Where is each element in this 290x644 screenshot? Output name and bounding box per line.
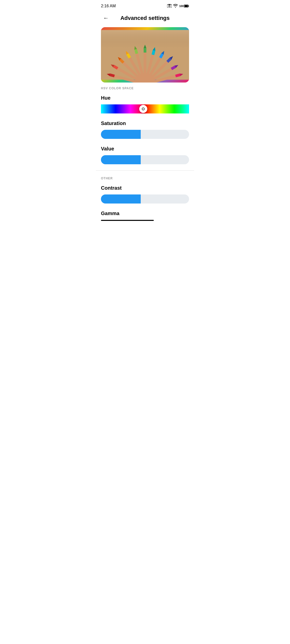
svg-point-2: [169, 5, 170, 7]
svg-rect-4: [185, 5, 188, 7]
camera-icon: [167, 4, 172, 8]
other-section-label: OTHER: [96, 173, 194, 182]
top-bar: ← Advanced settings: [96, 11, 194, 27]
hsv-section-label: HSV COLOR SPACE: [96, 83, 194, 92]
status-bar: 2:16 AM 100: [96, 0, 194, 11]
saturation-label: Saturation: [101, 120, 189, 126]
saturation-fill: [101, 130, 141, 139]
saturation-slider[interactable]: [101, 130, 189, 139]
gamma-label: Gamma: [101, 211, 189, 216]
battery-icon: 100: [179, 5, 189, 8]
status-icons: 100: [167, 4, 189, 8]
svg-rect-5: [188, 6, 189, 7]
saturation-section: Saturation: [96, 117, 194, 143]
hero-image: [101, 27, 189, 83]
hue-slider[interactable]: [101, 104, 189, 113]
contrast-slider-wrapper[interactable]: [101, 194, 189, 204]
value-label: Value: [101, 146, 189, 152]
svg-rect-0: [167, 5, 172, 8]
page-title: Advanced settings: [111, 15, 179, 21]
hue-slider-wrapper[interactable]: [101, 104, 189, 113]
value-slider-wrapper[interactable]: [101, 155, 189, 164]
wifi-icon: [173, 4, 178, 8]
contrast-label: Contrast: [101, 185, 189, 191]
contrast-section: Contrast: [96, 182, 194, 208]
value-section: Value: [96, 143, 194, 168]
value-fill: [101, 155, 141, 164]
hue-section: Hue: [96, 92, 194, 117]
gamma-section: Gamma: [96, 208, 194, 225]
back-arrow-icon: ←: [103, 15, 109, 21]
saturation-slider-wrapper[interactable]: [101, 130, 189, 139]
pencils-illustration: [101, 27, 189, 83]
svg-rect-49: [101, 30, 189, 48]
hue-thumb[interactable]: [139, 105, 147, 113]
hue-thumb-inner: [142, 107, 145, 110]
contrast-fill: [101, 194, 141, 204]
contrast-slider[interactable]: [101, 194, 189, 204]
gamma-bar: [101, 220, 154, 221]
back-button[interactable]: ←: [101, 13, 111, 23]
value-slider[interactable]: [101, 155, 189, 164]
section-divider: [96, 170, 194, 171]
hue-label: Hue: [101, 95, 189, 101]
svg-rect-20: [144, 48, 147, 53]
status-time: 2:16 AM: [101, 4, 116, 8]
